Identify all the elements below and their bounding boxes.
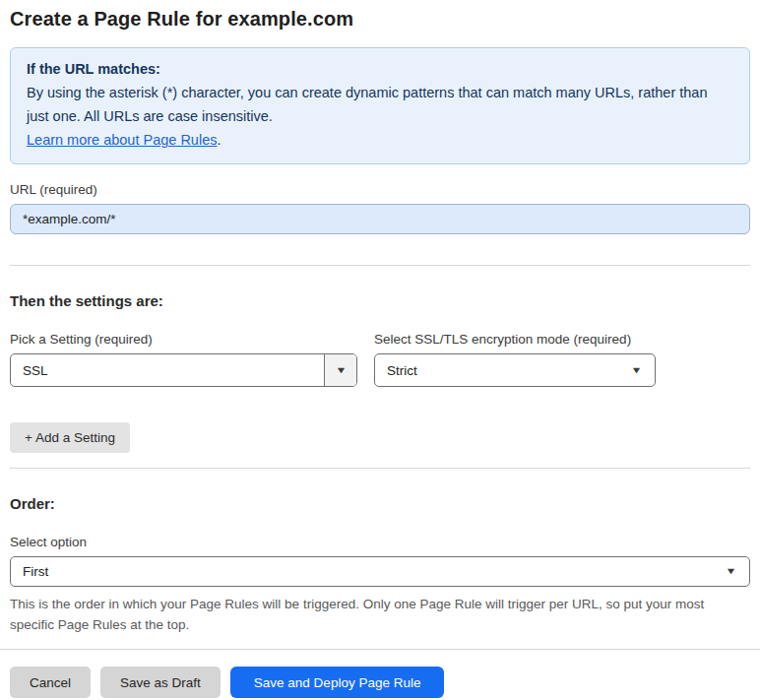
url-field-label: URL (required): [10, 182, 750, 197]
save-as-draft-button[interactable]: Save as Draft: [100, 667, 221, 698]
ssl-mode-dropdown[interactable]: Strict ▼: [374, 353, 656, 387]
setting-picker-label: Pick a Setting (required): [10, 332, 357, 347]
order-select-label: Select option: [10, 535, 750, 549]
order-dropdown[interactable]: First ▼: [10, 556, 750, 587]
ssl-mode-column: Select SSL/TLS encryption mode (required…: [374, 332, 656, 387]
url-match-info-box: If the URL matches: By using the asteris…: [10, 47, 750, 164]
ssl-mode-value: Strict: [387, 363, 417, 378]
info-box-body-text: By using the asterisk (*) character, you…: [27, 85, 708, 124]
url-input[interactable]: [10, 204, 750, 234]
footer-divider: [0, 649, 760, 650]
learn-more-link[interactable]: Learn more about Page Rules: [27, 132, 217, 148]
section-divider: [10, 468, 750, 469]
page-title: Create a Page Rule for example.com: [10, 8, 750, 31]
setting-picker-column: Pick a Setting (required) SSL ▼: [10, 332, 357, 387]
setting-picker-value: SSL: [11, 354, 324, 386]
info-box-heading: If the URL matches:: [27, 57, 733, 81]
chevron-down-icon: ▼: [726, 567, 737, 576]
chevron-down-icon: ▼: [631, 366, 643, 375]
cancel-button[interactable]: Cancel: [10, 667, 91, 698]
link-period: .: [217, 132, 221, 148]
settings-section-heading: Then the settings are:: [10, 292, 750, 309]
create-page-rule-form: Create a Page Rule for example.com If th…: [0, 0, 760, 700]
settings-row: Pick a Setting (required) SSL ▼ Select S…: [10, 332, 750, 387]
save-and-deploy-button[interactable]: Save and Deploy Page Rule: [230, 667, 445, 698]
setting-picker-arrow-button[interactable]: ▼: [324, 354, 356, 386]
section-divider: [10, 265, 750, 266]
chevron-down-icon: ▼: [335, 366, 347, 375]
setting-picker-dropdown[interactable]: SSL ▼: [10, 353, 357, 387]
info-box-body: By using the asterisk (*) character, you…: [27, 81, 733, 152]
order-section-heading: Order:: [10, 495, 750, 512]
footer-actions: Cancel Save as Draft Save and Deploy Pag…: [10, 667, 750, 698]
order-value: First: [23, 564, 48, 579]
add-setting-button[interactable]: + Add a Setting: [10, 422, 130, 453]
ssl-mode-label: Select SSL/TLS encryption mode (required…: [374, 332, 656, 347]
order-help-text: This is the order in which your Page Rul…: [10, 594, 746, 635]
